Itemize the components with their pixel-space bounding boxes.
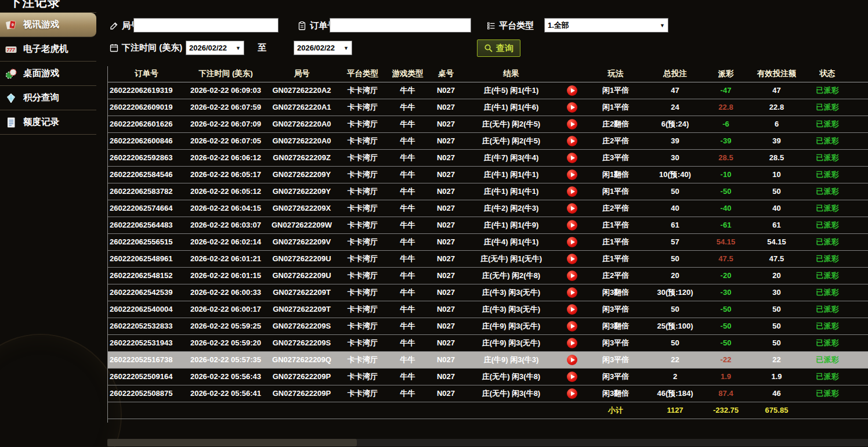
table-row[interactable]: 2602220625837822026-02-22 06:05:12GN0272… (108, 183, 868, 200)
table-row[interactable]: 2602220626016262026-02-22 06:07:09GN0272… (108, 116, 868, 132)
cell-platform: 卡卡湾厅 (337, 368, 388, 385)
date-to-select[interactable]: 2026/02/22 ▼ (294, 41, 352, 55)
replay-play-button[interactable] (567, 186, 577, 197)
table-row[interactable]: 2602220525167382026-02-22 05:57:35GN0272… (108, 351, 868, 368)
sidebar-item-2[interactable]: 桌面游戏 (0, 62, 96, 86)
cell-order: 260222052532833 (108, 318, 185, 334)
replay-play-button[interactable] (567, 338, 577, 348)
cell-payout: 87.4 (706, 385, 746, 402)
cell-result: 庄(无牛) 闲3(牛8) (465, 385, 558, 402)
cell-platform: 卡卡湾厅 (337, 99, 388, 116)
cell-time: 2026-02-22 06:01:15 (185, 267, 266, 284)
cell-order: 260222062619319 (108, 82, 185, 99)
cell-extra (848, 233, 868, 250)
table-row[interactable]: 2602220626193192026-02-22 06:09:03GN0272… (108, 82, 868, 99)
replay-play-button[interactable] (567, 85, 577, 96)
table-row[interactable]: 2602220626090192026-02-22 06:07:59GN0272… (108, 99, 868, 116)
table-row[interactable]: 2602220625489612026-02-22 06:01:21GN0272… (108, 250, 868, 267)
scrollbar-thumb[interactable] (107, 439, 357, 446)
table-row[interactable]: 2602220625928632026-02-22 06:06:12GN0272… (108, 149, 868, 166)
replay-play-button[interactable] (567, 170, 577, 180)
order-number-input[interactable] (330, 18, 471, 33)
replay-play-button[interactable] (567, 102, 577, 113)
date-from-select[interactable]: 2026/02/22 ▼ (186, 41, 244, 55)
sidebar-item-3[interactable]: 积分查询 (0, 86, 96, 110)
cell-valid: 50 (746, 318, 807, 334)
replay-play-button[interactable] (567, 271, 577, 281)
cell-table_no: N027 (427, 132, 465, 149)
table-row[interactable]: 2602220625644832026-02-22 06:03:07GN0272… (108, 217, 868, 233)
cell-platform: 卡卡湾厅 (337, 250, 388, 267)
col-header-3: 平台类型 (337, 66, 388, 82)
sidebar-item-0[interactable]: 9视讯游戏 (0, 13, 96, 37)
cell-round: GN0272622209V (266, 233, 337, 250)
svg-text:777: 777 (7, 46, 16, 52)
platform-type-select[interactable]: 1.全部 ▼ (544, 18, 668, 33)
cell-result: 庄(牛9) 闲3(无牛) (465, 318, 558, 334)
round-number-input[interactable] (133, 18, 279, 33)
sidebar-item-label: 积分查询 (23, 92, 59, 104)
replay-play-button[interactable] (567, 254, 577, 264)
cell-valid: 50 (746, 301, 807, 318)
replay-play-button[interactable] (567, 119, 577, 129)
cell-table_no: N027 (427, 116, 465, 132)
table-row[interactable]: 2602220525088752026-02-22 05:56:41GN0272… (108, 385, 868, 402)
cell-table_no: N027 (427, 334, 465, 351)
replay-cell (558, 368, 587, 385)
cell-round: GN0272622209U (266, 267, 337, 284)
replay-cell (558, 284, 587, 301)
replay-play-button[interactable] (567, 153, 577, 163)
cell-extra (848, 200, 868, 217)
table-row[interactable]: 2602220625845462026-02-22 06:05:17GN0272… (108, 166, 868, 183)
cell-payout: -50 (706, 334, 746, 351)
table-row[interactable]: 2602220625425392026-02-22 06:00:33GN0272… (108, 284, 868, 301)
cell-round: GN0272622209Q (266, 351, 337, 368)
cell-play: 庄2翻倍 (587, 116, 645, 132)
replay-play-button[interactable] (567, 355, 577, 365)
replay-play-button[interactable] (567, 220, 577, 230)
cell-play: 闲3翻倍 (587, 284, 645, 301)
cell-platform: 卡卡湾厅 (337, 82, 388, 99)
col-header-13: 游戏 (848, 66, 868, 82)
table-row[interactable]: 2602220525319432026-02-22 05:59:20GN0272… (108, 334, 868, 351)
clipboard-icon (297, 21, 307, 31)
sidebar-item-1[interactable]: 777电子老虎机 (0, 37, 96, 62)
table-row[interactable]: 2602220625481522026-02-22 06:01:15GN0272… (108, 267, 868, 284)
replay-play-button[interactable] (567, 287, 577, 298)
cell-result: 庄(牛7) 闲3(牛4) (465, 149, 558, 166)
replay-cell (558, 200, 587, 217)
cell-valid: 22 (746, 351, 807, 368)
replay-cell (558, 318, 587, 334)
cell-bet: 40 (645, 200, 706, 217)
table-row[interactable]: 2602220625400042026-02-22 06:00:17GN0272… (108, 301, 868, 318)
cell-play: 庄3平倍 (587, 149, 645, 166)
cell-extra (848, 183, 868, 200)
cell-payout: 22.8 (706, 99, 746, 116)
replay-play-button[interactable] (567, 136, 577, 146)
query-button[interactable]: 查询 (477, 39, 520, 57)
cell-payout: -50 (706, 301, 746, 318)
cell-status: 已派彩 (807, 334, 848, 351)
cell-valid: 61 (746, 217, 807, 233)
horizontal-scrollbar[interactable] (107, 439, 868, 446)
cell-table_no: N027 (427, 250, 465, 267)
replay-play-button[interactable] (567, 237, 577, 247)
col-header-9: 总投注 (645, 66, 706, 82)
bet-time-label: 下注时间 (美东) (109, 42, 182, 53)
cell-play: 闲3平倍 (587, 301, 645, 318)
table-row[interactable]: 2602220625565152026-02-22 06:02:14GN0272… (108, 233, 868, 250)
replay-play-button[interactable] (567, 372, 577, 382)
cell-time: 2026-02-22 06:04:15 (185, 200, 266, 217)
table-row[interactable]: 2602220626008462026-02-22 06:07:05GN0272… (108, 132, 868, 149)
cell-order: 260222052509164 (108, 368, 185, 385)
table-row[interactable]: 2602220525328332026-02-22 05:59:25GN0272… (108, 318, 868, 334)
replay-play-button[interactable] (567, 321, 577, 331)
cell-valid: 30 (746, 284, 807, 301)
cell-order: 260222062583782 (108, 183, 185, 200)
table-row[interactable]: 2602220625746642026-02-22 06:04:15GN0272… (108, 200, 868, 217)
replay-play-button[interactable] (567, 304, 577, 315)
replay-play-button[interactable] (567, 203, 577, 214)
replay-play-button[interactable] (567, 388, 577, 399)
sidebar-item-4[interactable]: 额度记录 (0, 110, 96, 135)
table-row[interactable]: 2602220525091642026-02-22 05:56:43GN0272… (108, 368, 868, 385)
